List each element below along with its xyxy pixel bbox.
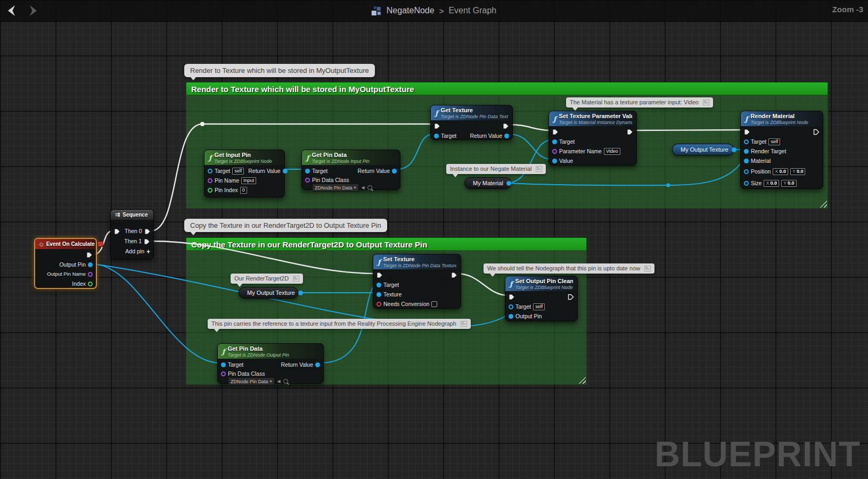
exec-out-pin[interactable] [627, 129, 633, 135]
reset-to-default-icon[interactable]: ◀ [362, 186, 365, 190]
pin-size[interactable] [744, 181, 749, 186]
bubble-toggle-icon[interactable] [461, 321, 467, 327]
node-header[interactable]: ƒ Get Pin Data Target is ZDNode Output P… [218, 344, 323, 359]
node-header[interactable]: ƒ Set Texture Target is ZDNode Pin Data … [373, 254, 461, 269]
breadcrumb-graph-name[interactable]: Event Graph [448, 6, 496, 15]
node-header[interactable]: ƒ Get Texture Target is ZDNode Pin Data … [431, 105, 512, 120]
pin-target[interactable] [305, 169, 310, 174]
exec-out-pin[interactable] [451, 272, 457, 278]
pin-data-class-dropdown[interactable]: ZDNode Pin Data ▾ [312, 184, 359, 192]
pin-target[interactable] [221, 362, 226, 367]
target-literal[interactable]: self [533, 303, 545, 310]
back-button[interactable] [2, 2, 21, 19]
pin-target[interactable] [208, 169, 212, 174]
breadcrumb-blueprint-name[interactable]: NegateNode [387, 6, 435, 15]
search-icon[interactable] [283, 379, 288, 384]
pin-variable-output[interactable] [506, 181, 511, 186]
pin-pin-name[interactable] [208, 178, 212, 183]
forward-button[interactable] [23, 2, 43, 19]
pin-pin-index[interactable] [208, 188, 212, 193]
exec-out-pin[interactable] [568, 294, 574, 300]
node-get-pin-data-bottom[interactable]: ƒ Get Pin Data Target is ZDNode Output P… [217, 343, 324, 384]
comment-header[interactable]: Render to Texture which will be stored i… [186, 82, 828, 95]
pin-target[interactable] [376, 283, 381, 287]
reset-to-default-icon[interactable]: ◀ [277, 379, 281, 384]
pin-value[interactable] [552, 159, 557, 163]
node-get-pin-data-top[interactable]: ƒ Get Pin Data Target is ZDNode Input Pi… [301, 150, 400, 190]
pin-pin-data-class[interactable] [305, 178, 310, 183]
search-icon[interactable] [367, 185, 372, 190]
node-set-texture-parameter-value[interactable]: ƒ Set Texture Parameter Value Target is … [548, 111, 637, 166]
node-sequence[interactable]: ⇉ Sequence Then 0 Then 1 Add pin + [110, 209, 154, 259]
node-header[interactable]: ƒ Set Output Pin Clean Target is ZDBluep… [505, 276, 577, 291]
exec-in-pin[interactable] [509, 294, 515, 300]
exec-in-pin[interactable] [434, 123, 440, 129]
pin-data-class-dropdown[interactable]: ZDNode Pin Data ▾ [228, 377, 275, 385]
needs-conversion-checkbox[interactable] [431, 301, 437, 307]
node-set-texture[interactable]: ƒ Set Texture Target is ZDNode Pin Data … [373, 254, 461, 309]
pin-texture[interactable] [376, 292, 381, 297]
size-x-literal[interactable]: X0.0 [764, 180, 779, 187]
node-get-input-pin[interactable]: ƒ Get Input Pin Target is ZDBlueprint No… [204, 150, 285, 197]
exec-out-pin[interactable] [503, 123, 509, 129]
bubble-toggle-icon[interactable] [536, 166, 542, 172]
node-render-material[interactable]: ƒ Render Material Target is ZDBlueprint … [740, 111, 823, 189]
pin-pin-data-class[interactable] [221, 371, 226, 376]
comment-header[interactable]: Copy the Texture in our RenderTarget2D t… [186, 237, 587, 251]
exec-out-then1-pin[interactable] [144, 238, 150, 245]
target-literal[interactable]: self [232, 168, 244, 175]
pin-position[interactable] [744, 169, 749, 174]
pin-needs-conversion[interactable] [376, 302, 381, 307]
exec-out-pin[interactable] [813, 129, 820, 135]
pin-target[interactable] [744, 139, 749, 144]
node-header[interactable]: ƒ Render Material Target is ZDBlueprint … [741, 111, 823, 126]
pin-parameter-name[interactable] [552, 149, 557, 154]
pin-variable-output[interactable] [298, 291, 303, 295]
node-header[interactable]: ƒ Get Input Pin Target is ZDBlueprint No… [204, 150, 284, 165]
exec-out-pin[interactable] [86, 252, 93, 258]
pin-index-literal[interactable]: 0 [240, 187, 247, 194]
exec-in-pin[interactable] [552, 129, 559, 135]
blueprint-graph-canvas[interactable]: BLUEPRINT Render to Texture which will b… [0, 0, 868, 479]
pin-name-literal[interactable]: Input [241, 177, 256, 184]
node-get-texture[interactable]: ƒ Get Texture Target is ZDNode Pin Data … [430, 105, 513, 140]
pin-target[interactable] [509, 304, 513, 309]
position-x-literal[interactable]: X0.0 [773, 168, 788, 175]
pin-material[interactable] [744, 159, 749, 163]
pin-return-value[interactable] [283, 169, 288, 174]
exec-in-pin[interactable] [744, 129, 750, 135]
add-pin-button[interactable]: + [146, 249, 150, 255]
pin-render-target[interactable] [744, 149, 749, 154]
pill-my-output-texture-bottom[interactable]: My Output Texture [239, 287, 298, 299]
parameter-name-literal[interactable]: Video [604, 148, 620, 155]
bubble-toggle-icon[interactable] [644, 266, 651, 271]
bubble-toggle-icon[interactable] [703, 100, 709, 105]
pin-output-pin-name[interactable] [88, 272, 93, 277]
size-y-literal[interactable]: Y0.0 [781, 180, 797, 187]
node-header[interactable]: ⇉ Sequence [111, 210, 153, 220]
node-event-on-calculate[interactable]: ◇ Event On Calculate Output Pin Output P… [34, 238, 97, 289]
pin-return-value[interactable] [315, 362, 320, 367]
pin-return-value[interactable] [392, 169, 397, 174]
exec-out-then0-pin[interactable] [144, 228, 151, 235]
node-header[interactable]: ƒ Set Texture Parameter Value Target is … [549, 111, 636, 126]
bubble-toggle-icon[interactable] [293, 276, 299, 282]
delegate-pin[interactable] [97, 241, 103, 247]
tooltip-pointer [191, 77, 196, 80]
pin-output-pin[interactable] [88, 262, 93, 267]
target-literal[interactable]: self [768, 138, 780, 145]
node-header[interactable]: ◇ Event On Calculate [35, 239, 96, 249]
pin-variable-output[interactable] [732, 147, 736, 152]
position-y-literal[interactable]: Y0.0 [790, 168, 806, 175]
exec-in-pin[interactable] [114, 228, 120, 235]
pill-my-material[interactable]: My Material [464, 177, 511, 189]
pin-target[interactable] [552, 139, 557, 144]
pin-target[interactable] [434, 134, 439, 138]
pill-my-output-texture-top[interactable]: My Output Texture [672, 144, 734, 155]
pin-index[interactable] [88, 282, 93, 286]
pin-return-value[interactable] [504, 134, 509, 138]
node-set-output-pin-clean[interactable]: ƒ Set Output Pin Clean Target is ZDBluep… [505, 276, 578, 321]
node-header[interactable]: ƒ Get Pin Data Target is ZDNode Input Pi… [302, 150, 400, 165]
pin-output-pin[interactable] [509, 314, 513, 319]
exec-in-pin[interactable] [376, 272, 383, 278]
